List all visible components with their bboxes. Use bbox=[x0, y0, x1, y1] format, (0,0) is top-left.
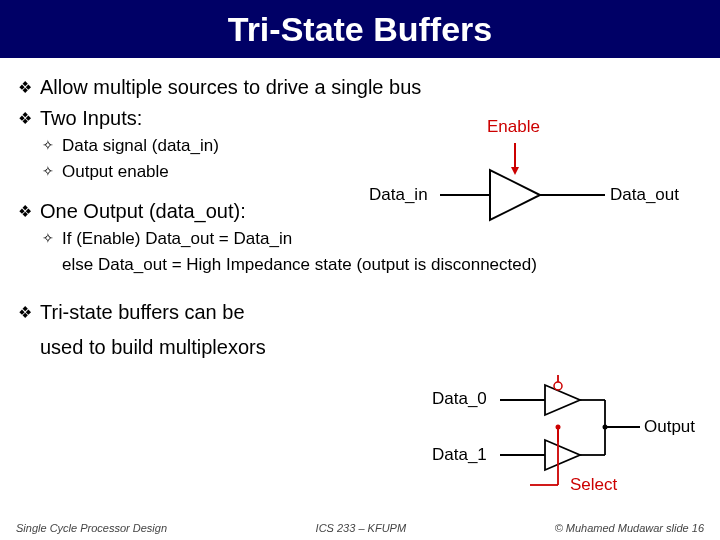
bullet-tristate-mux2: ❖ used to build multiplexors bbox=[18, 336, 702, 359]
footer-left: Single Cycle Processor Design bbox=[16, 522, 167, 534]
label-enable: Enable bbox=[487, 117, 540, 137]
footer: Single Cycle Processor Design ICS 233 – … bbox=[0, 522, 720, 534]
slide-title: Tri-State Buffers bbox=[228, 10, 493, 49]
label-data1: Data_1 bbox=[432, 445, 487, 465]
label-data-in: Data_in bbox=[369, 185, 428, 205]
svg-point-7 bbox=[554, 382, 562, 390]
footer-center: ICS 233 – KFUPM bbox=[316, 522, 406, 534]
label-data0: Data_0 bbox=[432, 389, 487, 409]
svg-marker-10 bbox=[545, 440, 580, 470]
title-bar: Tri-State Buffers bbox=[0, 0, 720, 58]
svg-marker-1 bbox=[511, 167, 519, 175]
bullet-else: else Data_out = High Impedance state (ou… bbox=[62, 255, 702, 275]
diagram-tristate-buffer: Enable Data_in Data_out bbox=[365, 115, 695, 235]
label-select: Select bbox=[570, 475, 617, 495]
diagram-mux: Data_0 Data_1 Output Select bbox=[430, 375, 710, 505]
svg-marker-3 bbox=[490, 170, 540, 220]
footer-right: © Muhamed Mudawar slide 16 bbox=[555, 522, 704, 534]
bullet-allow: Allow multiple sources to drive a single… bbox=[18, 76, 702, 99]
svg-point-20 bbox=[556, 425, 561, 430]
bullet-tristate-mux1: Tri-state buffers can be bbox=[18, 301, 702, 324]
label-data-out: Data_out bbox=[610, 185, 679, 205]
bullet-tristate-mux2-text: used to build multiplexors bbox=[40, 336, 266, 358]
svg-marker-6 bbox=[545, 385, 580, 415]
label-output: Output bbox=[644, 417, 695, 437]
svg-point-16 bbox=[603, 425, 608, 430]
